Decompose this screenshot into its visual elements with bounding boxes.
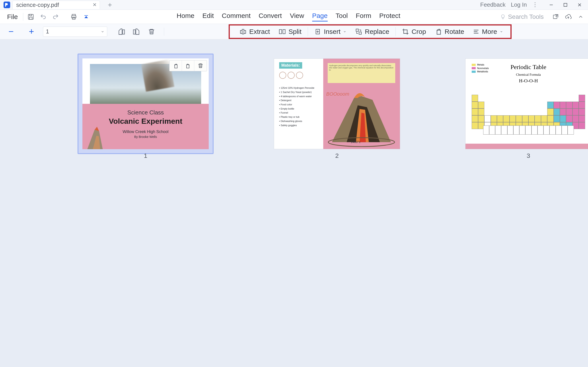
- page-number-3: 3: [527, 152, 530, 159]
- more-button[interactable]: More: [469, 28, 507, 35]
- save-icon[interactable]: [26, 11, 36, 22]
- legend: Metals Nonmetals Metalloids: [472, 63, 489, 73]
- lightbulb-icon: [500, 14, 506, 20]
- svg-rect-18: [283, 30, 285, 34]
- list-item: • Funnel: [279, 111, 319, 115]
- svg-rect-10: [72, 17, 75, 19]
- search-tools[interactable]: Search Tools: [500, 13, 544, 20]
- login-link[interactable]: Log In: [511, 1, 527, 8]
- menu-view[interactable]: View: [290, 12, 304, 21]
- insert-page-before-icon[interactable]: [115, 26, 128, 37]
- kebab-menu-icon[interactable]: ⋮: [532, 1, 538, 8]
- redo-icon[interactable]: [50, 11, 61, 22]
- undo-icon[interactable]: [38, 11, 49, 22]
- list-item: • 125ml 10% Hydrogen Peroxide: [279, 86, 319, 90]
- split-label: Split: [289, 28, 301, 35]
- document-tab[interactable]: science-copy.pdf ✕: [12, 1, 100, 9]
- chevron-down-icon: [343, 30, 346, 33]
- crop-label: Crop: [412, 28, 426, 35]
- menubar: File Home Edit Comment Convert View Page…: [0, 10, 588, 24]
- svg-rect-15: [244, 31, 246, 33]
- list-item: • 4 tablespoons of warm water: [279, 94, 319, 99]
- list-item: • Plastic tray or tub: [279, 115, 319, 119]
- page-number-2: 2: [335, 152, 339, 159]
- page-thumbnail-1-card: Science Class Volcanic Experiment Willow…: [82, 58, 209, 159]
- pages-grid: Science Class Volcanic Experiment Willow…: [0, 39, 588, 159]
- insert-icon: [314, 28, 321, 35]
- minimize-button[interactable]: [546, 1, 556, 9]
- rotate-label: Rotate: [445, 28, 464, 35]
- main-menu: Home Edit Comment Convert View Page Tool…: [177, 12, 400, 21]
- menu-convert[interactable]: Convert: [259, 12, 282, 21]
- page-thumbnail-2[interactable]: Materials: • 125ml 10% Hydrogen Peroxide…: [274, 58, 400, 149]
- rotate-left-icon[interactable]: [170, 60, 182, 71]
- delete-page-icon[interactable]: [145, 26, 158, 37]
- highlighted-tools-box: Extract Split Insert Replace Crop Rotate…: [229, 24, 511, 39]
- page1-author: By Brooke Wells: [134, 135, 157, 139]
- menu-page[interactable]: Page: [312, 12, 328, 21]
- maximize-button[interactable]: [561, 1, 570, 9]
- list-item: • Empty bottle: [279, 107, 319, 111]
- more-icon: [473, 29, 479, 35]
- svg-rect-20: [356, 29, 358, 31]
- print-icon[interactable]: [68, 11, 79, 22]
- svg-rect-17: [279, 30, 282, 34]
- page3-footer: [466, 144, 588, 149]
- note-box: Hydrogen peroxide decomposes very quickl…: [328, 63, 395, 83]
- chevron-down-icon: [101, 30, 104, 33]
- svg-rect-6: [29, 14, 32, 16]
- periodic-grid: [472, 95, 585, 129]
- feedback-link[interactable]: Feedback: [480, 1, 506, 8]
- divider: [395, 27, 396, 36]
- list-item: • Safety goggles: [279, 123, 319, 127]
- divider: [308, 27, 308, 36]
- delete-icon[interactable]: [194, 60, 207, 71]
- extract-button[interactable]: Extract: [235, 28, 274, 35]
- menu-comment[interactable]: Comment: [222, 12, 251, 21]
- more-label: More: [482, 28, 497, 35]
- list-item: • Dishwashing gloves: [279, 119, 319, 123]
- svg-rect-21: [359, 32, 361, 34]
- menu-edit[interactable]: Edit: [202, 12, 214, 21]
- zoom-out-button[interactable]: −: [6, 27, 16, 36]
- temperature-label: 1400°c: [351, 140, 360, 144]
- split-button[interactable]: Split: [274, 28, 306, 35]
- divider: [164, 28, 164, 36]
- thumbnail-actions: [169, 60, 207, 71]
- list-item: • Detergent: [279, 98, 319, 102]
- extract-icon: [239, 28, 247, 35]
- page-number-input[interactable]: 1: [43, 26, 107, 37]
- insert-button[interactable]: Insert: [310, 28, 351, 35]
- zoom-in-button[interactable]: +: [26, 27, 36, 36]
- open-external-icon[interactable]: [553, 14, 559, 20]
- materials-label: Materials:: [279, 62, 302, 69]
- menu-home[interactable]: Home: [177, 12, 194, 21]
- rotate-button[interactable]: Rotate: [430, 28, 469, 35]
- rotate-right-icon[interactable]: [182, 60, 194, 71]
- collapse-ribbon-icon[interactable]: [578, 14, 584, 20]
- menu-form[interactable]: Form: [356, 12, 371, 21]
- titlebar: science-copy.pdf ✕ ＋ Feedback Log In ⋮: [0, 0, 588, 10]
- cloud-upload-icon[interactable]: [565, 14, 571, 20]
- page-thumbnail-3[interactable]: Metals Nonmetals Metalloids Periodic Tab…: [465, 58, 588, 149]
- close-window-button[interactable]: [575, 1, 584, 9]
- svg-rect-13: [133, 30, 135, 34]
- replace-button[interactable]: Replace: [351, 28, 394, 35]
- close-tab-icon[interactable]: ✕: [93, 2, 97, 8]
- page-number-value: 1: [46, 28, 49, 35]
- crop-button[interactable]: Crop: [398, 28, 430, 35]
- page1-subtitle: Science Class: [128, 109, 164, 116]
- insert-page-after-icon[interactable]: [130, 26, 143, 37]
- menu-protect[interactable]: Protect: [379, 12, 400, 21]
- volcano-panel: Hydrogen peroxide decomposes very quickl…: [323, 59, 400, 149]
- page1-school: Willow Creek High School: [122, 129, 168, 134]
- svg-rect-16: [242, 29, 244, 34]
- svg-rect-5: [28, 14, 34, 19]
- page-thumbnail-1[interactable]: Science Class Volcanic Experiment Willow…: [82, 58, 209, 149]
- divider: [23, 13, 23, 21]
- svg-rect-11: [554, 15, 557, 18]
- new-tab-button[interactable]: ＋: [104, 0, 116, 9]
- menu-tool[interactable]: Tool: [336, 12, 348, 21]
- file-menu[interactable]: File: [3, 13, 22, 21]
- quick-access-dropdown-icon[interactable]: [81, 11, 92, 22]
